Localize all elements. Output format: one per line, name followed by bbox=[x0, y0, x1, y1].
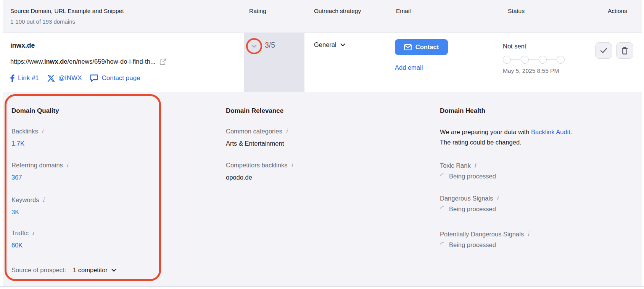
metric-label: Competitors backlinks bbox=[226, 162, 287, 169]
status-progress-stepper bbox=[503, 56, 565, 64]
metric-potentially-dangerous-signals: Potentially Dangerous Signalsi Being pro… bbox=[440, 231, 529, 249]
approve-button[interactable] bbox=[595, 42, 612, 59]
envelope-icon bbox=[404, 44, 412, 50]
panel-bottom-divider bbox=[0, 286, 644, 287]
processing-status: Being processed bbox=[449, 173, 496, 180]
metric-referring-domains: Referring domainsi 367 bbox=[11, 162, 68, 181]
info-icon[interactable]: i bbox=[66, 162, 68, 169]
processing-status: Being processed bbox=[449, 241, 496, 249]
source-of-prospect-label: Source of prospect: bbox=[11, 267, 66, 274]
metric-value-link[interactable]: 367 bbox=[11, 174, 22, 181]
pagination-summary: 1-100 out of 193 domains bbox=[10, 18, 75, 25]
info-icon[interactable]: i bbox=[286, 128, 288, 135]
info-icon[interactable]: i bbox=[42, 128, 43, 135]
column-header-rating: Rating bbox=[249, 8, 266, 14]
spinner-icon bbox=[439, 172, 447, 181]
info-icon[interactable]: i bbox=[32, 230, 34, 236]
chevron-down-icon bbox=[340, 43, 345, 47]
metric-label: Referring domains bbox=[11, 162, 63, 169]
domain-relevance-title: Domain Relevance bbox=[226, 107, 283, 115]
notice-text: We are preparing your data with bbox=[440, 128, 531, 135]
source-of-prospect-dropdown[interactable]: 1 competitor bbox=[73, 267, 116, 274]
contact-button-label: Contact bbox=[415, 43, 439, 51]
info-icon[interactable]: i bbox=[291, 162, 293, 169]
outreach-strategy-dropdown[interactable]: General bbox=[314, 41, 345, 48]
facebook-link-label: Link #1 bbox=[18, 74, 39, 82]
domain-health-title: Domain Health bbox=[440, 107, 485, 115]
source-of-prospect-row: Source of prospect: 1 competitor bbox=[11, 267, 116, 274]
metric-label: Potentially Dangerous Signals bbox=[440, 231, 524, 238]
column-header-email: Email bbox=[396, 8, 411, 14]
metric-dangerous-signals: Dangerous Signalsi Being processed bbox=[440, 195, 498, 213]
metric-label: Common categories bbox=[226, 128, 282, 135]
metric-common-categories: Common categoriesi Arts & Entertainment bbox=[226, 128, 288, 147]
step-connector bbox=[547, 59, 557, 60]
backlink-audit-link[interactable]: Backlink Audit bbox=[531, 128, 570, 135]
source-of-prospect-value: 1 competitor bbox=[73, 267, 108, 274]
status-timestamp: May 5, 2025 8:55 PM bbox=[503, 67, 559, 74]
chevron-down-icon[interactable] bbox=[251, 45, 257, 48]
prospect-domain-name: inwx.de bbox=[10, 42, 35, 50]
contact-page-link-label: Contact page bbox=[101, 74, 140, 82]
step-circle bbox=[503, 56, 511, 64]
url-domain: inwx.de bbox=[44, 58, 68, 65]
spinner-icon bbox=[439, 241, 447, 249]
metric-value-link[interactable]: 3K bbox=[11, 209, 19, 215]
rating-out-of: /5 bbox=[269, 41, 275, 49]
metric-label: Toxic Rank bbox=[440, 162, 471, 169]
annotation-circle bbox=[246, 38, 262, 54]
metric-backlinks: Backlinksi 1.7K bbox=[11, 128, 43, 147]
column-header-status: Status bbox=[508, 8, 525, 14]
info-icon[interactable]: i bbox=[474, 163, 476, 169]
notice-suffix: . bbox=[570, 128, 572, 135]
step-connector bbox=[529, 59, 539, 60]
column-header-actions: Actions bbox=[608, 8, 627, 14]
metric-label: Traffic bbox=[11, 230, 29, 237]
info-icon[interactable]: i bbox=[527, 231, 529, 238]
metric-value: Arts & Entertainment bbox=[226, 140, 288, 147]
column-header-source-domain: Source Domain, URL Example and Snippet bbox=[10, 8, 124, 14]
speech-bubble-icon bbox=[90, 74, 98, 82]
trash-icon bbox=[621, 47, 628, 55]
checkmark-icon bbox=[600, 48, 607, 53]
metric-label: Dangerous Signals bbox=[440, 195, 493, 202]
metric-value-link[interactable]: 60K bbox=[11, 242, 23, 249]
metric-keywords: Keywordsi 3K bbox=[11, 196, 44, 216]
prospect-social-links: Link #1 @INWX Contact page bbox=[10, 74, 140, 82]
metric-toxic-rank: Toxic Ranki Being processed bbox=[440, 162, 496, 180]
url-path: /en/news/659/how-do-i-find-th... bbox=[67, 58, 155, 65]
delete-button[interactable] bbox=[616, 42, 633, 59]
contact-button[interactable]: Contact bbox=[395, 39, 448, 55]
url-prefix: https://www. bbox=[10, 58, 44, 65]
facebook-link[interactable]: Link #1 bbox=[10, 74, 39, 82]
x-icon bbox=[47, 75, 55, 82]
add-email-link[interactable]: Add email bbox=[395, 64, 423, 71]
metric-value-link[interactable]: 1.7K bbox=[11, 140, 24, 147]
metric-label: Backlinks bbox=[11, 128, 38, 135]
metric-label: Keywords bbox=[11, 196, 39, 204]
chevron-down-icon bbox=[111, 269, 116, 272]
contact-page-link[interactable]: Contact page bbox=[90, 74, 140, 82]
x-link-label: @INWX bbox=[58, 74, 82, 82]
expanded-details-band bbox=[3, 92, 642, 286]
metric-value: opodo.de bbox=[226, 174, 293, 181]
column-header-outreach-strategy: Outreach strategy bbox=[314, 8, 361, 14]
domain-quality-title: Domain Quality bbox=[11, 107, 59, 115]
x-link[interactable]: @INWX bbox=[47, 74, 82, 82]
status-label: Not sent bbox=[503, 43, 526, 50]
rating-value: 3 bbox=[265, 41, 269, 49]
info-icon[interactable]: i bbox=[496, 196, 498, 202]
processing-status: Being processed bbox=[449, 206, 496, 213]
outreach-strategy-value: General bbox=[314, 41, 336, 48]
metric-traffic: Traffici 60K bbox=[11, 230, 34, 249]
prospect-url-link[interactable]: https://www.inwx.de/en/news/659/how-do-i… bbox=[10, 58, 156, 65]
info-icon[interactable]: i bbox=[42, 197, 44, 203]
rating-score: 3/5 bbox=[265, 41, 275, 50]
step-circle bbox=[521, 56, 529, 64]
external-link-icon[interactable] bbox=[159, 58, 166, 65]
notice-line2: The rating could be changed. bbox=[440, 137, 631, 148]
prospect-url-row: https://www.inwx.de/en/news/659/how-do-i… bbox=[10, 58, 166, 65]
step-connector bbox=[511, 59, 521, 60]
step-circle bbox=[557, 56, 565, 64]
step-circle bbox=[539, 56, 547, 64]
